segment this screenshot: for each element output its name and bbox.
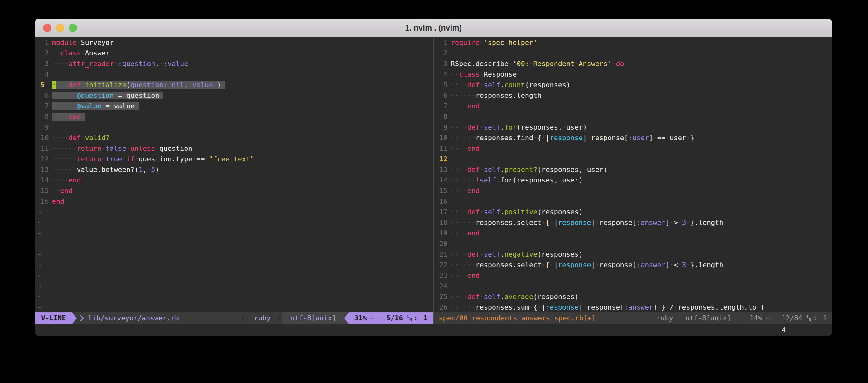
syntax-token: question [126,92,159,99]
whitespace-dots: ······ [451,134,475,142]
syntax-token: end [68,176,81,184]
code-line[interactable]: 3RSpec.describe·'00:·Respondent·Answers'… [434,59,832,69]
line-number-icon: LN [407,315,411,321]
code-line[interactable]: 16 [434,196,832,207]
line-number: 4 [439,69,447,80]
line-number: 16 [439,196,447,207]
line-number: 3 [40,59,49,69]
code-text: ····def·self.count(responses) [451,81,570,89]
code-line[interactable]: 2··class·Answer [35,48,433,59]
syntax-token: end [467,102,479,110]
code-line[interactable]: 10······responses.find·{·|response|·resp… [434,133,832,143]
code-text: ······return·false·unless·question [52,144,192,152]
code-line[interactable]: 4··class·Response [434,69,832,80]
code-line[interactable]: 16end [35,196,433,207]
syntax-token: @question [77,92,114,99]
code-line[interactable]: 14····end [35,175,433,185]
syntax-token: attr_reader [68,60,114,68]
code-line[interactable]: 8 [434,111,832,122]
code-line[interactable]: 6······@question·=·question [35,90,433,101]
syntax-token: responses.find [475,134,533,142]
code-line[interactable]: 19····end [434,228,832,239]
whitespace-dots: · [674,303,678,311]
code-line[interactable]: 17····def·self.positive(responses) [434,207,832,217]
window-titlebar[interactable]: 1. nvim . (nvim) [35,19,832,37]
code-line[interactable]: 15··end [35,185,433,196]
code-line[interactable]: 13······value.between?(1,·5) [35,165,433,175]
syntax-token: < [674,261,678,269]
whitespace-dots: · [134,155,138,163]
code-line[interactable]: 12 [434,154,832,165]
code-line[interactable]: 24 [434,281,832,291]
code-line[interactable]: 1require·'spec_helper' [434,37,832,48]
code-line[interactable]: 9····def·self.for(responses,·user) [434,122,832,133]
code-text: ····end [52,176,81,184]
whitespace-dots: ······ [451,303,475,311]
syntax-token: present? [504,166,537,173]
code-line[interactable]: 14······!self.for(responses,·user) [434,175,832,185]
filetype-label: ruby [657,312,673,324]
code-line[interactable]: 1module·Surveyor [35,37,433,48]
whitespace-dots: · [479,123,484,131]
code-line[interactable]: 23····end [434,270,832,281]
whitespace-dots: · [479,70,484,78]
code-line[interactable]: 15····end [434,185,832,196]
whitespace-dots: · [686,261,690,269]
tilde-empty-line: ~ [37,261,41,269]
syntax-token: valid? [85,134,110,142]
pane-spec-rb[interactable]: 1require·'spec_helper'23RSpec.describe·'… [434,37,832,324]
command-line: 4 [35,324,832,336]
line-number: 5 [439,80,447,90]
syntax-token: / [670,303,674,311]
code-line[interactable]: 25····def·self.average(responses) [434,291,832,302]
syntax-token: require [451,39,479,46]
code-line[interactable]: 20 [434,239,832,249]
lines-icon: ☰ [765,312,770,324]
code-line[interactable]: 18······responses.select·{·|response|·re… [434,217,832,228]
column-number: 1 [424,312,428,324]
whitespace-dots: ···· [451,272,467,279]
line-number: 6 [40,90,49,101]
scroll-percent: 31% [354,312,367,324]
line-number: 8 [439,111,447,122]
window-title: 1. nvim . (nvim) [35,23,832,32]
code-line[interactable]: 13····def·self.present?(responses,·user) [434,165,832,175]
code-line[interactable]: 21····def·self.negative(responses) [434,249,832,260]
code-area-left[interactable]: 1module·Surveyor2··class·Answer3····attr… [35,37,433,312]
code-line[interactable]: 10····def·valid? [35,133,433,143]
code-line[interactable]: 2 [434,48,832,59]
code-line[interactable]: 26······responses.sum·{·|response|·respo… [434,302,832,312]
syntax-token: } [661,303,665,311]
code-line[interactable]: 8····end [35,111,433,122]
code-line[interactable]: 7······@value·=·value [35,101,433,111]
code-line[interactable]: 5····def·initialize(question:·nil,·value… [35,80,433,90]
syntax-token: response[ [587,303,624,311]
syntax-token: (responses) [525,81,570,89]
whitespace-dots: ·· [451,70,459,78]
line-number: 21 [439,249,447,260]
whitespace-dots: · [665,134,670,142]
code-line[interactable]: 11····end [434,143,832,154]
code-line[interactable]: 5····def·self.count(responses) [434,80,832,90]
code-line[interactable]: 9 [35,122,433,133]
whitespace-dots: ·· [52,187,60,195]
whitespace-dots: · [678,218,682,227]
whitespace-dots: ···· [52,113,68,120]
code-line[interactable]: 11······return·false·unless·question [35,143,433,154]
syntax-token: ] [649,134,653,142]
pane-answer-rb[interactable]: 1module·Surveyor2··class·Answer3····attr… [35,37,433,324]
whitespace-dots: · [81,49,85,57]
tilde-empty-line: ~ [37,272,41,279]
code-line[interactable]: 4 [35,69,433,80]
code-area-right[interactable]: 1require·'spec_helper'23RSpec.describe·'… [434,37,832,312]
whitespace-dots: ···· [451,144,467,152]
code-line[interactable]: 22······responses.select·{·|response|·re… [434,260,832,270]
syntax-token: end [52,198,64,205]
code-line[interactable]: 12······return·true·if·question.type·==·… [35,154,433,165]
code-line[interactable]: 3····attr_reader·:question,·:value [35,59,433,69]
code-text: require·'spec_helper' [451,39,537,46]
code-line[interactable]: 6······responses.length [434,90,832,101]
syntax-token: Answer [85,49,110,57]
syntax-token: response [546,303,579,311]
code-line[interactable]: 7····end [434,101,832,111]
